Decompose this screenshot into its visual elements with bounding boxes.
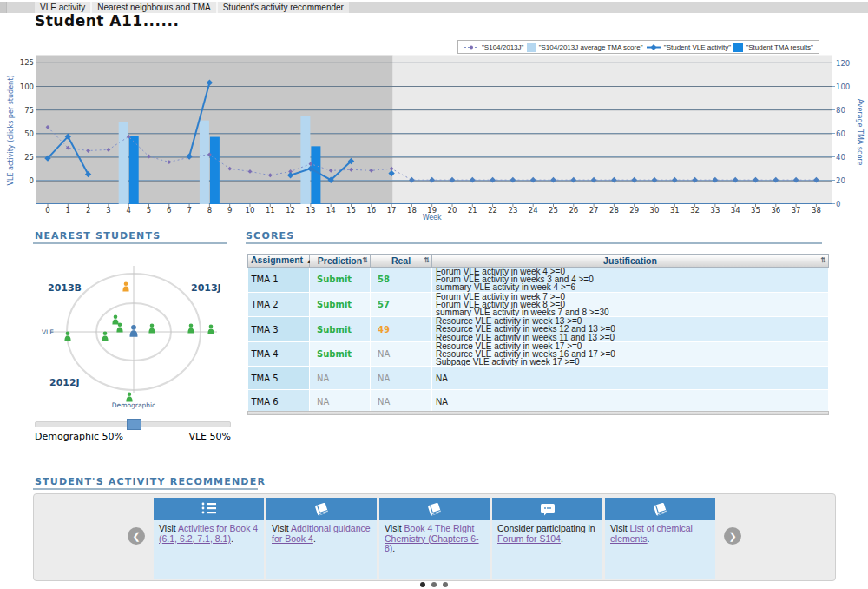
svg-text:16: 16 [366,206,376,215]
chart-legend: "S104/2013J" "S104/2013J average TMA sco… [457,40,819,54]
recommender-heading: STUDENT'S ACTIVITY RECOMMENDER [35,476,266,487]
real-cell: 57 [371,292,432,317]
svg-text:11: 11 [266,206,275,215]
legend-item-avg-tma[interactable]: "S104/2013J average TMA score" [527,43,643,52]
card-header [379,498,490,520]
svg-text:125: 125 [20,58,34,67]
card-text: Visit Book 4 The Right Chemistry (Chapte… [379,520,490,559]
legend-item-student-tma[interactable]: "Student TMA results" [733,43,813,52]
svg-text:3: 3 [106,206,110,215]
column-header-justification[interactable]: Justification⇅ [432,255,829,268]
svg-text:8: 8 [207,206,212,215]
svg-text:13: 13 [306,206,315,215]
card-header [605,498,715,520]
svg-text:22: 22 [488,206,497,215]
svg-text:30: 30 [650,206,660,215]
svg-text:36: 36 [771,206,780,215]
carousel-prev-button[interactable]: ❮ [128,527,145,545]
card-text: Visit Activities for Book 4 (6.1, 6.2, 7… [154,520,264,548]
scores-rule [246,242,822,244]
table-row-tma4: TMA 4 Submit NA Resource VLE activity in… [248,341,829,367]
real-cell: NA [371,390,432,414]
svg-text:12: 12 [286,206,295,215]
assignment-cell: TMA 1 [248,268,310,293]
svg-text:33: 33 [710,206,720,215]
nearest-students-plot: 2013B2013J2012JVLEDemographic [26,250,243,420]
real-cell: NA [371,341,432,367]
svg-text:Demographic: Demographic [112,401,155,409]
svg-text:25: 25 [24,153,34,162]
svg-text:7: 7 [187,206,191,215]
svg-text:15: 15 [346,206,356,215]
vle-tma-chart: 0123456789101112131415161718192021222324… [0,35,868,230]
carousel-next-button[interactable]: ❯ [724,527,741,545]
prediction-cell: Submit [310,341,371,367]
svg-text:6: 6 [167,206,171,215]
assignment-cell: TMA 6 [248,390,310,414]
prediction-cell: NA [310,390,371,414]
weight-slider-handle[interactable] [127,419,141,430]
assignment-cell: TMA 2 [248,292,310,317]
prediction-cell: Submit [310,268,371,293]
table-row-tma2: TMA 2 Submit 57 Forum VLE activity in we… [248,292,829,317]
svg-text:2012J: 2012J [49,377,80,388]
svg-text:14: 14 [326,206,336,215]
justification-cell: Forum VLE activity in week 7 >=0 Forum V… [432,292,829,317]
svg-text:27: 27 [589,206,599,215]
svg-text:2: 2 [86,206,90,215]
justification-cell: NA [432,367,829,390]
legend-item-student-vle[interactable]: "Student VLE activity" [646,43,731,51]
recommender-rule [33,488,258,490]
svg-text:20: 20 [836,176,845,185]
legend-item-cohort-vle[interactable]: "S104/2013J" [464,43,523,51]
dashed-line-marker-icon [464,43,479,51]
justification-cell: Resource VLE activity in week 13 >=0 Res… [432,317,829,342]
svg-text:29: 29 [629,206,639,215]
book-icon [426,501,444,517]
recommendation-card: Visit List of chemical elements. [605,498,715,579]
card-header [492,498,602,520]
column-header-prediction[interactable]: Prediction⇅ [310,255,371,268]
svg-text:VLE activity (clicks per stude: VLE activity (clicks per student) [7,76,15,186]
svg-text:34: 34 [731,206,740,215]
assignment-cell: TMA 5 [248,367,310,390]
book-icon [652,501,669,517]
assignment-cell: TMA 3 [248,317,310,342]
justification-cell: Forum VLE activity in week 4 >=0 Forum V… [432,268,829,293]
svg-text:60: 60 [836,129,845,138]
sort-icon: ⇅ [362,256,368,265]
svg-text:2013B: 2013B [48,282,82,294]
svg-text:25: 25 [549,206,558,215]
sort-icon: ⇅ [820,256,826,265]
svg-text:Week: Week [423,214,442,222]
tab-students-activity-recommender[interactable]: Student's activity recommender [216,2,349,13]
prediction-cell: NA [310,367,371,390]
justification-cell: Resource VLE activity in week 17 >=0 Res… [432,341,829,367]
recommender-carousel: ❮ ❯ Visit Activities for Book 4 (6.1, 6.… [33,493,836,581]
comment-icon [539,501,556,517]
svg-text:40: 40 [836,153,845,162]
real-cell: 49 [371,317,432,342]
assignment-cell: TMA 4 [248,341,310,367]
column-header-real[interactable]: Real⇅ [371,255,432,268]
svg-text:37: 37 [792,206,801,215]
prediction-cell: Submit [310,292,371,317]
svg-text:10: 10 [246,206,255,215]
pagination-dot[interactable] [443,582,448,587]
column-header-assignment[interactable]: Assignment▲ [248,255,310,268]
real-cell: NA [371,367,432,390]
card-text: Visit List of chemical elements. [605,520,715,548]
scores-heading: SCORES [246,230,294,242]
table-row-tma5: TMA 5 NA NA NA [248,367,829,390]
card-text: Consider participating in Forum for S104… [492,520,602,548]
svg-text:21: 21 [468,206,477,215]
svg-text:100: 100 [20,83,34,91]
card-link[interactable]: Forum for S104 [497,533,561,544]
svg-text:0: 0 [30,176,34,185]
pagination-dot[interactable] [431,582,437,587]
svg-text:26: 26 [569,206,578,215]
svg-text:Average TMA score: Average TMA score [856,99,864,166]
pagination-dot[interactable] [420,582,425,587]
svg-text:20: 20 [448,206,457,215]
recommendation-card: Visit Additional guidance for Book 4. [266,498,377,579]
